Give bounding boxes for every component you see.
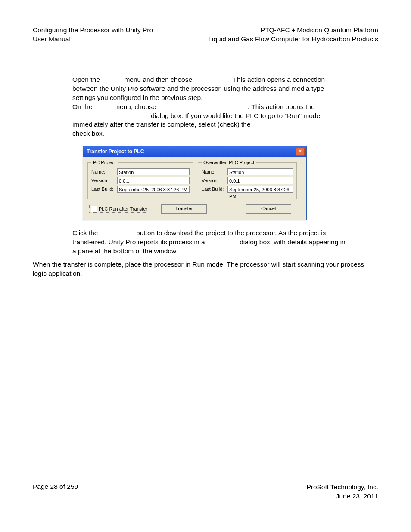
p1-t6: . This action opens the (248, 103, 315, 110)
page: Configuring the Processor with Unity Pro… (0, 0, 411, 532)
plc-name-field[interactable]: Station (227, 168, 293, 175)
transfer-dialog: Transfer Project to PLC × PC Project Nam… (83, 146, 307, 220)
pc-name-row: Name: Station (91, 168, 190, 175)
plc-name-row: Name: Station (202, 168, 293, 175)
p1-t8: check box. (72, 130, 104, 137)
header-left-line2: User Manual (33, 35, 153, 44)
footer-page: Page 28 of 259 (33, 483, 78, 501)
dialog-screenshot: Transfer Project to PLC × PC Project Nam… (83, 146, 378, 220)
label-lastbuild: Last Build: (91, 187, 117, 192)
paragraph-1: Open the menu and then choose This actio… (72, 75, 348, 138)
pc-lastbuild-field[interactable]: September 25, 2006 3:37:26 PM (117, 186, 190, 193)
p1-t5: menu, choose (112, 103, 158, 110)
plc-lastbuild-field[interactable]: September 25, 2006 3:37:26 PM (227, 186, 293, 193)
dialog-title: Transfer Project to PLC (87, 149, 144, 155)
label-version-2: Version: (202, 178, 227, 183)
header-right-line2: Liquid and Gas Flow Computer for Hydroca… (208, 35, 378, 44)
header-right-line1: PTQ-AFC ♦ Modicon Quantum Platform (208, 26, 378, 35)
paragraph-2: Click the button to download the project… (72, 229, 348, 256)
plc-project-legend: Overwritten PLC Project (202, 160, 256, 165)
dialog-body: PC Project Name: Station Version: 0.0.1 … (83, 157, 306, 220)
label-lastbuild-2: Last Build: (202, 187, 227, 192)
plc-lastbuild-row: Last Build: September 25, 2006 3:37:26 P… (202, 186, 293, 193)
p1-t1: Open the (72, 76, 102, 83)
plc-run-checkbox-label: PLC Run after Transfer (99, 206, 147, 212)
label-name: Name: (91, 169, 117, 174)
close-icon[interactable]: × (296, 148, 305, 156)
label-name-2: Name: (202, 169, 227, 174)
label-version: Version: (91, 178, 117, 183)
checkbox-icon[interactable] (91, 206, 97, 212)
dialog-titlebar: Transfer Project to PLC × (83, 146, 306, 157)
dialog-bottom-row: PLC Run after Transfer Transfer Cancel (87, 203, 302, 215)
transfer-button[interactable]: Transfer (161, 204, 207, 214)
pc-version-row: Version: 0.0.1 (91, 177, 190, 184)
header-right: PTQ-AFC ♦ Modicon Quantum Platform Liqui… (208, 26, 378, 44)
plc-version-field[interactable]: 0.0.1 (227, 177, 293, 184)
pc-project-legend: PC Project (91, 160, 118, 165)
header-left: Configuring the Processor with Unity Pro… (33, 26, 153, 44)
footer-date: June 23, 2011 (306, 492, 378, 501)
hdr-r1-a: PTQ-AFC (261, 26, 292, 34)
p1-t3: This action opens a connection between t… (72, 76, 325, 101)
plc-version-row: Version: 0.0.1 (202, 177, 293, 184)
footer-company: ProSoft Technology, Inc. (306, 483, 378, 492)
diamond-icon: ♦ (292, 26, 295, 34)
cancel-button[interactable]: Cancel (246, 204, 291, 214)
page-footer: Page 28 of 259 ProSoft Technology, Inc. … (33, 480, 378, 501)
hdr-r1-b: Modicon Quantum Platform (295, 26, 378, 34)
p2-t1: Click the (72, 229, 100, 236)
p1-t4: On the (72, 103, 94, 110)
pc-project-group: PC Project Name: Station Version: 0.0.1 … (87, 160, 193, 199)
pc-version-field[interactable]: 0.0.1 (117, 177, 190, 184)
footer-right: ProSoft Technology, Inc. June 23, 2011 (306, 483, 378, 501)
header-left-line1: Configuring the Processor with Unity Pro (33, 26, 153, 35)
pc-lastbuild-row: Last Build: September 25, 2006 3:37:26 P… (91, 186, 190, 193)
plc-project-group: Overwritten PLC Project Name: Station Ve… (198, 160, 297, 199)
p1-t7: dialog box. If you would like the PLC to… (72, 112, 320, 128)
page-header: Configuring the Processor with Unity Pro… (33, 26, 378, 47)
plc-run-checkbox-wrap[interactable]: PLC Run after Transfer (89, 205, 149, 213)
pc-name-field[interactable]: Station (117, 168, 190, 175)
p1-t2: menu and then choose (122, 76, 194, 83)
paragraph-3: When the transfer is complete, place the… (33, 260, 378, 278)
